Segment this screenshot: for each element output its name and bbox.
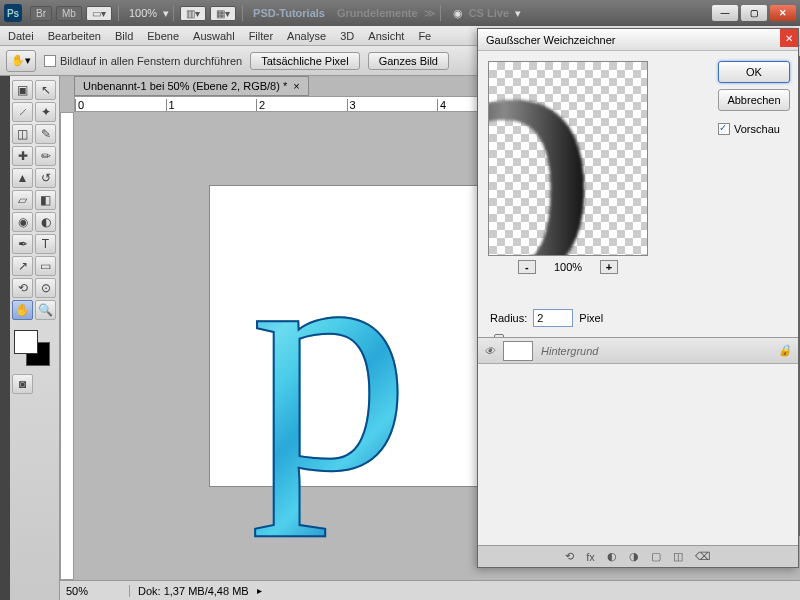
canvas[interactable]: p	[210, 186, 480, 486]
ps-logo: Ps	[4, 4, 22, 22]
app-titlebar: Ps Br Mb ▭▾ 100%▾ ▥▾ ▦▾ PSD-Tutorials Gr…	[0, 0, 800, 26]
status-docsize[interactable]: Dok: 1,37 MB/4,48 MB	[130, 585, 257, 597]
screen-mode-btn[interactable]: ▭▾	[86, 6, 112, 21]
wand-tool[interactable]: ✦	[35, 102, 56, 122]
workspace-grundelemente[interactable]: Grundelemente	[337, 7, 418, 19]
eraser-tool[interactable]: ▱	[12, 190, 33, 210]
menu-filter[interactable]: Filter	[249, 30, 273, 42]
cs-live[interactable]: CS Live	[469, 7, 509, 19]
color-swatches[interactable]	[12, 328, 52, 368]
stamp-tool[interactable]: ▲	[12, 168, 33, 188]
mask-icon[interactable]: ◐	[607, 550, 617, 563]
dialog-close-icon[interactable]: ✕	[780, 29, 798, 47]
workspace-more[interactable]: ≫	[424, 7, 436, 20]
radius-label: Radius:	[490, 312, 527, 324]
menu-bearbeiten[interactable]: Bearbeiten	[48, 30, 101, 42]
menu-ebene[interactable]: Ebene	[147, 30, 179, 42]
menu-fenster[interactable]: Fe	[418, 30, 431, 42]
blur-tool[interactable]: ◉	[12, 212, 33, 232]
layers-panel-peek: 👁Hintergrund🔒 ⟲ fx ◐ ◑ ▢ ◫ ⌫	[478, 337, 798, 567]
history-brush-tool[interactable]: ↺	[35, 168, 56, 188]
fit-screen-button[interactable]: Ganzes Bild	[368, 52, 449, 70]
bridge-btn[interactable]: Br	[30, 6, 52, 21]
3d-tool[interactable]: ⟲	[12, 278, 33, 298]
brush-tool[interactable]: ✏	[35, 146, 56, 166]
window-maximize[interactable]: ▢	[741, 5, 767, 21]
move-tool[interactable]: ▣	[12, 80, 33, 100]
status-zoom[interactable]: 50%	[60, 585, 130, 597]
preview-zoom-value: 100%	[554, 261, 582, 273]
preview-checkbox[interactable]: Vorschau	[718, 123, 790, 135]
dodge-tool[interactable]: ◐	[35, 212, 56, 232]
quickmask-toggle[interactable]: ◙	[12, 374, 33, 394]
vertical-ruler	[60, 112, 74, 580]
minibridge-btn[interactable]: Mb	[56, 6, 82, 21]
gaussian-blur-dialog: Gaußscher Weichzeichner ✕ p - 100% + OK …	[477, 28, 799, 568]
cancel-button[interactable]: Abbrechen	[718, 89, 790, 111]
status-bar: 50% Dok: 1,37 MB/4,48 MB▸	[60, 580, 800, 600]
window-minimize[interactable]: —	[712, 5, 738, 21]
dialog-title: Gaußscher Weichzeichner	[478, 29, 798, 51]
shape-tool[interactable]: ▭	[35, 256, 56, 276]
radius-unit: Pixel	[579, 312, 603, 324]
filter-preview[interactable]: p	[488, 61, 648, 256]
lasso-tool[interactable]: ⟋	[12, 102, 33, 122]
menu-auswahl[interactable]: Auswahl	[193, 30, 235, 42]
foreground-swatch[interactable]	[14, 330, 38, 354]
adjustment-icon[interactable]: ◑	[629, 550, 639, 563]
radius-input[interactable]	[533, 309, 573, 327]
window-close[interactable]: ✕	[770, 5, 796, 21]
group-icon[interactable]: ▢	[651, 550, 661, 563]
hand-tool[interactable]: ✋	[12, 300, 33, 320]
layers-footer: ⟲ fx ◐ ◑ ▢ ◫ ⌫	[478, 545, 798, 567]
arrange-btn[interactable]: ▦▾	[210, 6, 236, 21]
menu-3d[interactable]: 3D	[340, 30, 354, 42]
type-tool[interactable]: T	[35, 234, 56, 254]
crop-tool[interactable]: ◫	[12, 124, 33, 144]
workspace-psdtutorials[interactable]: PSD-Tutorials	[253, 7, 325, 19]
preview-zoom-in[interactable]: +	[600, 260, 618, 274]
artwork-letter-p: p	[250, 176, 410, 544]
3d-camera-tool[interactable]: ⊙	[35, 278, 56, 298]
pen-tool[interactable]: ✒	[12, 234, 33, 254]
menu-datei[interactable]: Datei	[8, 30, 34, 42]
delete-layer-icon[interactable]: ⌫	[695, 550, 711, 563]
scroll-all-checkbox[interactable]: Bildlauf in allen Fenstern durchführen	[44, 55, 242, 67]
zoom-tool[interactable]: 🔍	[35, 300, 56, 320]
view-extras-btn[interactable]: ▥▾	[180, 6, 206, 21]
left-tab-strip	[0, 76, 10, 600]
link-layers-icon[interactable]: ⟲	[565, 550, 574, 563]
eyedropper-tool[interactable]: ✎	[35, 124, 56, 144]
toolbox: ▣↖ ⟋✦ ◫✎ ✚✏ ▲↺ ▱◧ ◉◐ ✒T ↗▭ ⟲⊙ ✋🔍 ◙	[10, 76, 60, 600]
menu-analyse[interactable]: Analyse	[287, 30, 326, 42]
document-tab[interactable]: Unbenannt-1 bei 50% (Ebene 2, RGB/8) *×	[74, 76, 309, 96]
heal-tool[interactable]: ✚	[12, 146, 33, 166]
path-tool[interactable]: ↗	[12, 256, 33, 276]
gradient-tool[interactable]: ◧	[35, 190, 56, 210]
zoom-display[interactable]: 100%	[129, 7, 157, 19]
tab-close-icon[interactable]: ×	[293, 80, 299, 92]
actual-pixels-button[interactable]: Tatsächliche Pixel	[250, 52, 359, 70]
menu-ansicht[interactable]: Ansicht	[368, 30, 404, 42]
ok-button[interactable]: OK	[718, 61, 790, 83]
marquee-tool[interactable]: ↖	[35, 80, 56, 100]
preview-zoom-out[interactable]: -	[518, 260, 536, 274]
fx-icon[interactable]: fx	[586, 551, 595, 563]
new-layer-icon[interactable]: ◫	[673, 550, 683, 563]
current-tool-icon[interactable]: ✋▾	[6, 50, 36, 72]
layer-hintergrund[interactable]: 👁Hintergrund🔒	[478, 338, 798, 364]
menu-bild[interactable]: Bild	[115, 30, 133, 42]
